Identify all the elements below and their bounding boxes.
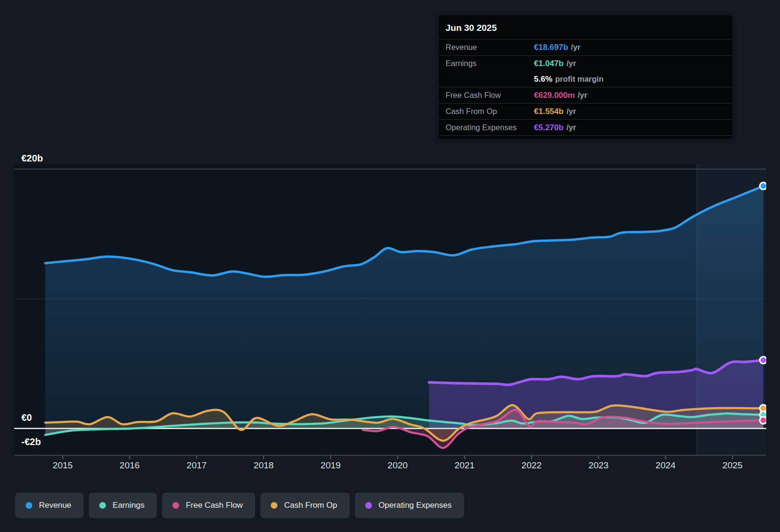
legend-item-earnings[interactable]: Earnings: [89, 493, 157, 518]
x-axis-label-2024: 2024: [656, 460, 675, 471]
y-axis-label-2b: -€2b: [21, 437, 41, 447]
x-axis-label-2018: 2018: [254, 460, 274, 471]
legend-item-free-cash-flow[interactable]: Free Cash Flow: [162, 493, 255, 518]
y-axis-label-20b: €20b: [21, 153, 43, 164]
tooltip-row-operating-expenses: Operating Expenses€5.270b/yr: [439, 120, 732, 136]
legend-item-label: Free Cash Flow: [186, 501, 243, 510]
tooltip-row-value: €5.270b: [534, 123, 563, 133]
legend-item-label: Operating Expenses: [379, 501, 452, 510]
tooltip-row-suffix: /yr: [566, 59, 576, 68]
tooltip-row-earnings: Earnings€1.047b/yr: [439, 56, 732, 71]
tooltip-row-suffix: /yr: [571, 43, 580, 52]
tooltip-row-label: Revenue: [446, 43, 534, 52]
legend-item-revenue[interactable]: Revenue: [15, 493, 84, 518]
y-axis-label-0: €0: [21, 412, 32, 423]
x-axis-label-2021: 2021: [455, 460, 475, 471]
cash-from-op-legend-dot-icon: [271, 502, 277, 509]
tooltip-row-value: €1.047b: [534, 59, 563, 68]
legend-item-operating-expenses[interactable]: Operating Expenses: [355, 493, 464, 518]
legend-item-cash-from-op[interactable]: Cash From Op: [260, 493, 349, 518]
tooltip-row-value: €629.000m: [534, 91, 575, 100]
legend-bar: RevenueEarningsFree Cash FlowCash From O…: [15, 493, 464, 518]
tooltip-row-free-cash-flow: Free Cash Flow€629.000m/yr: [439, 87, 732, 104]
legend-item-label: Earnings: [113, 501, 144, 510]
legend-item-label: Revenue: [39, 501, 71, 510]
x-axis-label-2025: 2025: [723, 460, 742, 471]
x-axis-label-2015: 2015: [53, 460, 73, 471]
tooltip-row-suffix: /yr: [566, 123, 576, 132]
x-axis-label-2019: 2019: [321, 460, 341, 471]
tooltip-row-suffix: /yr: [566, 107, 576, 116]
tooltip-row-value: 5.6%: [534, 75, 552, 84]
tooltip-row-cash-from-op: Cash From Op€1.554b/yr: [439, 104, 732, 120]
x-axis-label-2022: 2022: [522, 460, 542, 471]
free-cash-flow-legend-dot-icon: [172, 502, 179, 509]
tooltip-row-revenue: Revenue€18.697b/yr: [439, 39, 732, 56]
tooltip-row-value: €1.554b: [534, 107, 563, 116]
tooltip-date: Jun 30 2025: [439, 17, 732, 39]
tooltip-row-profit-margin: 5.6%profit margin: [439, 71, 732, 87]
operating-expenses-legend-dot-icon: [365, 502, 372, 509]
tooltip-row-label: Free Cash Flow: [446, 91, 534, 100]
tooltip-row-label: Operating Expenses: [446, 123, 534, 132]
tooltip-row-suffix: profit margin: [555, 75, 604, 84]
tooltip-row-value: €18.697b: [534, 43, 568, 52]
tooltip-row-label: Earnings: [446, 59, 534, 68]
x-axis-label-2020: 2020: [388, 460, 408, 471]
tooltip-card: Jun 30 2025 Revenue€18.697b/yrEarnings€1…: [439, 15, 732, 139]
free-cash-flow-end-marker[interactable]: [760, 417, 767, 424]
operating-expenses-end-marker[interactable]: [760, 357, 767, 364]
x-axis-label-2023: 2023: [589, 460, 609, 471]
revenue-end-marker[interactable]: [760, 182, 767, 190]
earnings-legend-dot-icon: [99, 502, 106, 509]
tooltip-rows: Revenue€18.697b/yrEarnings€1.047b/yr5.6%…: [439, 39, 732, 136]
x-axis-label-2017: 2017: [187, 460, 207, 471]
app-background: { "tooltip": { "date": "Jun 30 2025", "r…: [0, 0, 780, 532]
x-axis-label-2016: 2016: [120, 460, 140, 471]
revenue-legend-dot-icon: [26, 502, 32, 509]
legend-item-label: Cash From Op: [284, 501, 337, 510]
tooltip-row-label: Cash From Op: [446, 107, 534, 116]
tooltip-row-suffix: /yr: [578, 91, 587, 100]
